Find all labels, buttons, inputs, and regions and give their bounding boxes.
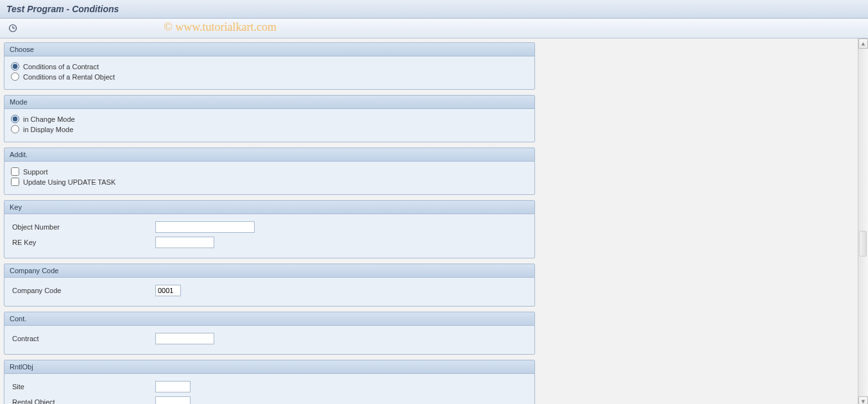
radio-display-mode[interactable] (11, 125, 19, 133)
label-display-mode: in Display Mode (23, 126, 73, 133)
label-re-key: RE Key (11, 239, 155, 246)
group-header-key: Key (4, 201, 534, 214)
checkbox-update-task[interactable] (11, 178, 19, 186)
group-cont: Cont. Contract (4, 312, 535, 355)
label-update-task: Update Using UPDATE TASK (23, 178, 115, 186)
form-area: Choose Conditions of a Contract Conditio… (0, 38, 539, 404)
radio-change-mode[interactable] (11, 115, 19, 123)
scrollbar-grip-icon[interactable] (859, 231, 867, 257)
content-wrapper: Choose Conditions of a Contract Conditio… (0, 38, 868, 404)
group-company-code: Company Code Company Code (4, 264, 535, 307)
radio-conditions-rental[interactable] (11, 72, 19, 81)
label-support: Support (23, 168, 48, 176)
checkbox-support[interactable] (11, 167, 19, 176)
label-company-code: Company Code (11, 287, 155, 294)
group-body-cont: Contract (4, 326, 534, 354)
label-object-number: Object Number (11, 223, 155, 231)
input-company-code[interactable] (155, 285, 181, 296)
label-conditions-rental: Conditions of a Rental Object (23, 73, 115, 81)
group-rntlobj: RntlObj Site Rental Object (4, 360, 535, 404)
group-header-company-code: Company Code (4, 264, 534, 278)
execute-button[interactable] (6, 22, 19, 34)
input-object-number[interactable] (155, 221, 255, 233)
input-site[interactable] (155, 381, 191, 392)
group-body-company-code: Company Code (4, 278, 534, 306)
group-addit: Addit. Support Update Using UPDATE TASK (4, 147, 535, 195)
group-body-key: Object Number RE Key (4, 214, 534, 258)
group-choose: Choose Conditions of a Contract Conditio… (4, 42, 535, 90)
group-header-mode: Mode (4, 96, 534, 109)
label-change-mode: in Change Mode (23, 115, 75, 123)
input-rental-object[interactable] (155, 396, 191, 404)
group-header-choose: Choose (4, 43, 534, 56)
group-body-addit: Support Update Using UPDATE TASK (4, 162, 534, 194)
group-mode: Mode in Change Mode in Display Mode (4, 95, 535, 142)
group-body-choose: Conditions of a Contract Conditions of a… (4, 56, 534, 89)
label-site: Site (11, 383, 155, 391)
group-header-rntlobj: RntlObj (4, 360, 534, 374)
group-body-mode: in Change Mode in Display Mode (4, 109, 534, 142)
scroll-up-icon[interactable]: ▲ (858, 38, 868, 49)
right-pane: ▲ ▼ (539, 38, 868, 404)
scroll-down-icon[interactable]: ▼ (858, 396, 868, 404)
toolbar (0, 19, 868, 38)
group-body-rntlobj: Site Rental Object (4, 374, 534, 404)
label-conditions-contract: Conditions of a Contract (23, 63, 99, 71)
page-title: Test Program - Conditions (6, 4, 119, 14)
label-contract: Contract (11, 335, 155, 342)
execute-icon (8, 24, 17, 33)
title-bar: Test Program - Conditions (0, 0, 868, 19)
radio-conditions-contract[interactable] (11, 62, 19, 71)
group-header-addit: Addit. (4, 148, 534, 162)
group-header-cont: Cont. (4, 312, 534, 326)
label-rental-object: Rental Object (11, 398, 155, 404)
vertical-scrollbar[interactable]: ▲ ▼ (858, 38, 868, 404)
input-re-key[interactable] (155, 237, 214, 248)
group-key: Key Object Number RE Key (4, 200, 535, 258)
input-contract[interactable] (155, 333, 214, 344)
